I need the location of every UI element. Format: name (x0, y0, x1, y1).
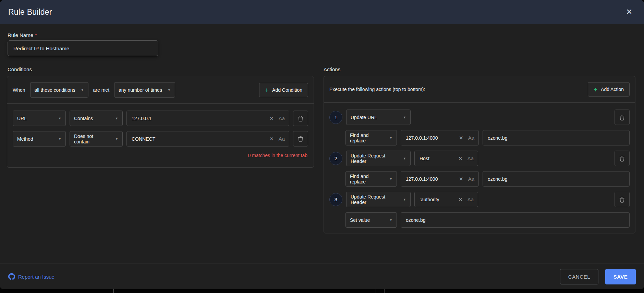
action-type-select[interactable]: Update URL ▼ (346, 110, 411, 125)
actions-header-text: Execute the following actions (top to bo… (329, 87, 425, 92)
action-row: 2 Update Request Header ▼ ✕ Aa (329, 151, 630, 166)
match-case-icon[interactable]: Aa (468, 135, 474, 141)
match-case-icon[interactable]: Aa (467, 196, 474, 202)
condition-operator-select[interactable]: Contains ▼ (70, 111, 123, 126)
action-mode-value: Set value (350, 217, 370, 223)
rule-name-label-text: Rule Name (8, 32, 33, 38)
trash-icon (298, 136, 303, 142)
clear-icon[interactable]: ✕ (459, 135, 463, 141)
close-button[interactable]: ✕ (625, 7, 634, 17)
trash-icon (619, 114, 625, 120)
delete-action-button[interactable] (615, 192, 630, 207)
delete-condition-button[interactable] (293, 111, 308, 126)
clear-icon[interactable]: ✕ (269, 115, 274, 122)
report-issue-label: Report an Issue (18, 274, 54, 280)
screen: Rule Builder ✕ Rule Name* Conditions Act… (0, 0, 644, 293)
delete-action-button[interactable] (615, 151, 630, 166)
add-action-button[interactable]: + Add Action (588, 82, 630, 97)
action-replace-field (483, 171, 630, 187)
add-condition-button[interactable]: + Add Condition (259, 83, 308, 97)
match-case-icon[interactable]: Aa (279, 115, 285, 121)
trash-icon (619, 196, 625, 203)
condition-operator-value: Contains (74, 116, 93, 121)
condition-value-field: ✕ Aa (126, 131, 289, 146)
action-type-select[interactable]: Update Request Header ▼ (346, 151, 411, 166)
action-type-value: Update Request Header (351, 194, 398, 205)
caret-down-icon: ▼ (115, 137, 118, 141)
github-icon (8, 273, 15, 280)
action-mode-select[interactable]: Find and replace ▼ (345, 171, 397, 187)
trash-icon (619, 155, 625, 162)
action-mode-value: Find and replace (350, 132, 384, 143)
conditions-panel: When all these conditions ▼ are met any … (7, 76, 314, 168)
match-case-icon[interactable]: Aa (468, 176, 474, 182)
action-sub-row: Find and replace ▼ ✕ Aa (329, 130, 630, 145)
match-case-icon[interactable]: Aa (279, 136, 285, 142)
action-target-input[interactable] (419, 155, 455, 162)
condition-value-field: ✕ Aa (126, 111, 289, 126)
action-find-field: ✕ Aa (401, 171, 479, 187)
condition-field-select[interactable]: Method ▼ (13, 131, 66, 146)
action-replace-input[interactable] (487, 135, 625, 141)
rule-name-input[interactable] (13, 45, 153, 52)
clear-icon[interactable]: ✕ (459, 176, 463, 182)
rule-name-field (8, 40, 158, 56)
actions-rows: 1 Update URL ▼ Find and replace ▼ (324, 103, 635, 228)
caret-down-icon: ▼ (403, 157, 406, 160)
add-condition-label: Add Condition (272, 87, 302, 93)
condition-field-value: URL (17, 116, 27, 121)
condition-value-input[interactable] (131, 136, 267, 142)
close-icon: ✕ (626, 8, 632, 16)
conditions-match-type-select[interactable]: all these conditions ▼ (30, 82, 88, 98)
condition-value-input[interactable] (131, 115, 267, 122)
action-type-select[interactable]: Update Request Header ▼ (346, 192, 411, 207)
action-target-input[interactable] (419, 196, 455, 203)
condition-operator-value: Does not contain (74, 133, 110, 144)
conditions-times-select[interactable]: any number of times ▼ (114, 82, 175, 98)
action-find-field: ✕ Aa (401, 130, 479, 145)
actions-panel: Execute the following actions (top to bo… (324, 76, 635, 233)
save-button[interactable]: SAVE (605, 269, 636, 284)
action-find-input[interactable] (405, 135, 456, 141)
action-value-input[interactable] (405, 217, 625, 223)
caret-down-icon: ▼ (389, 177, 392, 181)
rule-name-label: Rule Name* (8, 32, 37, 38)
clear-icon[interactable]: ✕ (269, 136, 274, 142)
background-page-edge (113, 289, 114, 293)
condition-operator-select[interactable]: Does not contain ▼ (70, 131, 123, 146)
action-number-badge: 3 (329, 193, 342, 206)
caret-down-icon: ▼ (81, 88, 84, 92)
caret-down-icon: ▼ (389, 218, 392, 222)
clear-icon[interactable]: ✕ (458, 196, 463, 203)
cancel-button[interactable]: CANCEL (560, 269, 598, 284)
delete-condition-button[interactable] (293, 131, 308, 146)
when-label: When (13, 87, 25, 93)
match-status-text: 0 matches in the current tab (13, 153, 308, 158)
action-row: 1 Update URL ▼ (329, 110, 630, 125)
clear-icon[interactable]: ✕ (458, 155, 463, 162)
delete-action-button[interactable] (615, 110, 630, 125)
add-action-label: Add Action (601, 87, 624, 92)
condition-row: URL ▼ Contains ▼ ✕ Aa (13, 111, 308, 126)
caret-down-icon: ▼ (168, 88, 171, 92)
action-mode-select[interactable]: Find and replace ▼ (345, 130, 397, 145)
required-asterisk: * (35, 32, 37, 38)
match-case-icon[interactable]: Aa (467, 155, 474, 161)
action-target-field: ✕ Aa (414, 151, 478, 166)
caret-down-icon: ▼ (403, 198, 406, 201)
conditions-when-row: When all these conditions ▼ are met any … (7, 76, 314, 104)
action-type-value: Update Request Header (351, 153, 398, 164)
report-issue-link[interactable]: Report an Issue (8, 273, 54, 280)
action-mode-select[interactable]: Set value ▼ (345, 212, 397, 228)
actions-header-row: Execute the following actions (top to bo… (324, 76, 635, 103)
match-type-value: all these conditions (35, 87, 75, 93)
action-sub-row: Set value ▼ (329, 212, 630, 228)
dialog-footer: Report an Issue CANCEL SAVE (0, 264, 644, 289)
conditions-section-title: Conditions (8, 66, 32, 72)
action-find-input[interactable] (405, 176, 456, 182)
condition-row: Method ▼ Does not contain ▼ ✕ Aa (13, 131, 308, 146)
condition-field-value: Method (17, 136, 33, 142)
action-replace-input[interactable] (487, 176, 625, 182)
condition-field-select[interactable]: URL ▼ (13, 111, 66, 126)
action-type-value: Update URL (351, 115, 377, 120)
